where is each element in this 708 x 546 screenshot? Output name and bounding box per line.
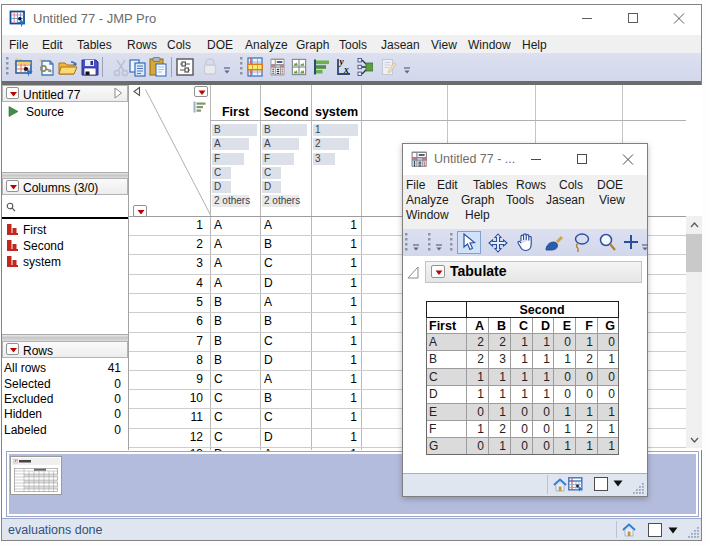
svg-text:x: x [343, 65, 349, 75]
